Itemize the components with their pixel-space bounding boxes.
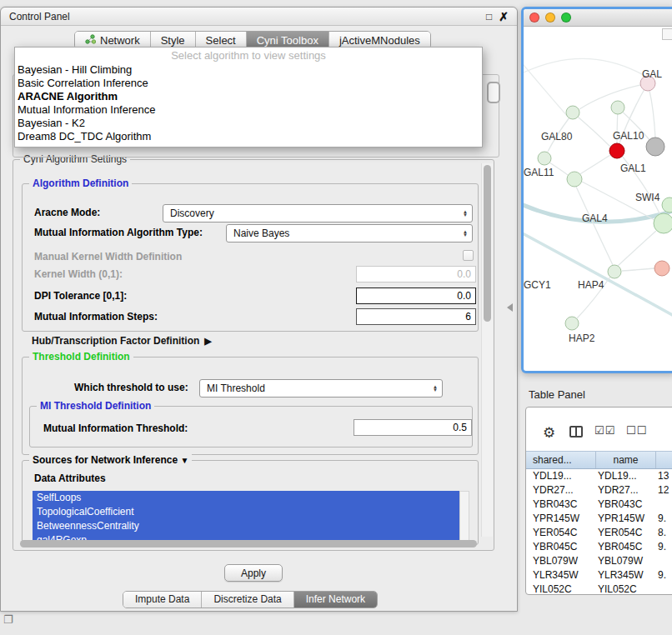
network-edge: [524, 232, 672, 317]
close-button[interactable]: [529, 12, 539, 22]
tab-style[interactable]: Style: [151, 32, 196, 48]
algorithm-option[interactable]: Dream8 DC_TDC Algorithm: [15, 130, 482, 143]
network-node[interactable]: [654, 261, 669, 276]
manual-kernel-checkbox[interactable]: [463, 250, 474, 261]
column-header-shared-name[interactable]: shared...: [526, 452, 596, 468]
table-cell: YIL052C: [526, 582, 596, 594]
tab-jactivemnodules[interactable]: jActiveMNodules: [329, 32, 430, 48]
table-cell: YPR145W: [596, 512, 656, 526]
network-node[interactable]: [566, 106, 579, 119]
table-row[interactable]: YLR345WYLR345W9.: [526, 568, 672, 582]
network-node[interactable]: [538, 152, 551, 165]
algorithm-placeholder: Select algorithm to view settings: [15, 48, 482, 63]
mi-type-combo[interactable]: Naive Bayes ▲▼: [226, 224, 473, 242]
hub-definition-toggle[interactable]: Hub/Transcription Factor Definition▶: [32, 335, 212, 347]
sources-toggle[interactable]: Sources for Network Inference ▼: [29, 454, 192, 466]
table-cell: [656, 498, 672, 512]
tab-label: Style: [161, 34, 185, 47]
combo-arrows-icon: ▲▼: [458, 230, 468, 237]
close-icon[interactable]: ✗: [499, 10, 509, 23]
network-node[interactable]: [565, 317, 579, 330]
network-node[interactable]: [567, 172, 582, 187]
table-row[interactable]: YDL19...YDL19...13: [526, 469, 672, 483]
mi-threshold-label: Mutual Information Threshold:: [43, 422, 188, 434]
hub-definition-label: Hub/Transcription Factor Definition: [32, 335, 199, 347]
attributes-list-scrollbar[interactable]: [459, 491, 469, 542]
scrollbar-thumb[interactable]: [484, 165, 491, 322]
mi-steps-input[interactable]: [356, 308, 476, 325]
splitter-collapse-arrow[interactable]: [507, 303, 513, 312]
network-window-titlebar[interactable]: [524, 9, 672, 27]
network-node-label: GAL10: [613, 130, 644, 142]
which-threshold-combo[interactable]: MI Threshold ▲▼: [199, 379, 443, 398]
table-cell: YPR145W: [526, 512, 596, 526]
data-attribute-item[interactable]: SelfLoops: [33, 491, 459, 505]
network-canvas[interactable]: GALGAL80GAL10GAL11GAL1SWI4GAL4GCY1HAP4HA…: [524, 27, 672, 371]
threshold-definition-group: Threshold Definition Which threshold to …: [22, 357, 479, 455]
network-node[interactable]: [611, 101, 624, 114]
algorithm-combo-remnant[interactable]: [487, 82, 500, 103]
mi-type-value: Naive Bayes: [233, 228, 458, 239]
aracne-mode-combo[interactable]: Discovery ▲▼: [163, 204, 473, 222]
chevron-down-icon: ▼: [180, 456, 188, 465]
table-row[interactable]: YPR145WYPR145W9.: [526, 512, 672, 526]
tab-infer-network[interactable]: Infer Network: [294, 592, 377, 608]
combo-arrows-icon: ▲▼: [428, 385, 438, 392]
mi-threshold-input[interactable]: [354, 419, 472, 436]
tab-select[interactable]: Select: [196, 32, 247, 48]
network-edge: [579, 155, 610, 175]
table-row[interactable]: YER054CYER054C8.: [526, 526, 672, 540]
apply-button[interactable]: Apply: [224, 564, 283, 582]
float-panel-icon[interactable]: ❐: [3, 613, 13, 626]
minimize-button[interactable]: [545, 12, 555, 22]
network-node[interactable]: [654, 213, 672, 233]
table-cell: 9.: [656, 540, 672, 554]
table-row[interactable]: YBL079WYBL079W: [526, 554, 672, 568]
table-cell: YDR27...: [596, 483, 656, 498]
table-cell: 9.: [656, 512, 672, 526]
settings-vertical-scrollbar[interactable]: [481, 163, 493, 537]
table-row[interactable]: YBR043CYBR043C: [526, 498, 672, 512]
float-window-icon[interactable]: □: [486, 11, 492, 22]
network-node[interactable]: [662, 198, 672, 212]
tab-network[interactable]: Network: [75, 32, 151, 48]
algorithm-option[interactable]: Basic Correlation Inference: [15, 77, 482, 90]
window-title: Control Panel: [9, 11, 70, 22]
column-header[interactable]: [656, 452, 672, 468]
data-attribute-item[interactable]: BetweennessCentrality: [33, 519, 459, 533]
manual-kernel-label: Manual Kernel Width Definition: [34, 251, 182, 262]
table-row[interactable]: YDR27...YDR27...12: [526, 483, 672, 498]
algorithm-option[interactable]: Bayesian - K2: [15, 117, 482, 130]
algorithm-option[interactable]: ARACNE Algorithm: [15, 90, 482, 103]
table-row[interactable]: YBR045CYBR045C9.: [526, 540, 672, 554]
network-edge: [573, 112, 610, 147]
table-row[interactable]: YIL052CYIL052C: [526, 582, 672, 594]
network-node[interactable]: [646, 138, 664, 156]
data-attribute-item[interactable]: TopologicalCoefficient: [33, 505, 459, 519]
dpi-tolerance-input[interactable]: [356, 288, 476, 304]
deselect-all-icon[interactable]: ☐☐: [626, 424, 647, 437]
control-panel-titlebar[interactable]: Control Panel □ ✗: [1, 8, 517, 26]
mi-steps-label: Mutual Information Steps:: [34, 311, 158, 322]
tab-discretize-data[interactable]: Discretize Data: [202, 592, 293, 608]
settings-horizontal-scrollbar[interactable]: [20, 540, 477, 548]
column-visibility-icon[interactable]: [569, 426, 583, 438]
zoom-button[interactable]: [561, 12, 571, 22]
network-node[interactable]: [608, 265, 621, 278]
algorithm-option[interactable]: Mutual Information Inference: [15, 103, 482, 117]
tab-label: Select: [206, 34, 236, 47]
select-all-icon[interactable]: ☑☑: [594, 424, 615, 437]
algorithm-option[interactable]: Bayesian - Hill Climbing: [15, 63, 482, 77]
data-attributes-label: Data Attributes: [34, 472, 106, 484]
network-node[interactable]: [609, 143, 624, 158]
table-cell: YBR045C: [596, 540, 656, 554]
tab-cyni-toolbox[interactable]: Cyni Toolbox: [247, 32, 329, 48]
column-header-name[interactable]: name: [596, 452, 656, 468]
network-view-window: GALGAL80GAL10GAL11GAL1SWI4GAL4GCY1HAP4HA…: [521, 7, 672, 373]
table-panel-window: ⚙ ☑☑ ☐☐ shared... name YDL19...YDL19...1…: [525, 407, 672, 595]
settings-gear-icon[interactable]: ⚙: [543, 424, 555, 442]
network-edge: [622, 268, 654, 271]
kernel-width-input[interactable]: [356, 266, 476, 282]
network-scrollbar-button[interactable]: [662, 28, 672, 40]
tab-impute-data[interactable]: Impute Data: [123, 592, 202, 608]
